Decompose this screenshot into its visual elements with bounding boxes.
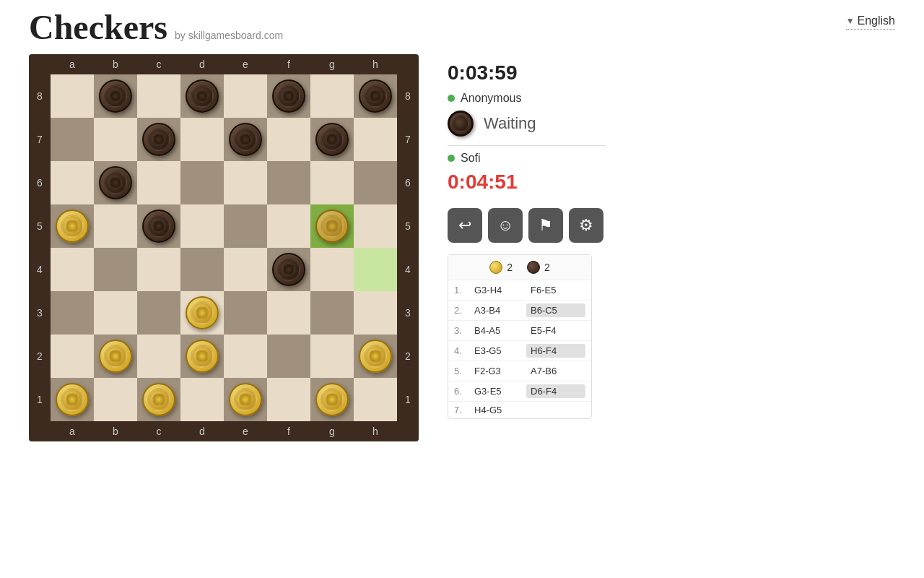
cell-a2[interactable] <box>51 335 94 378</box>
cell-e7[interactable] <box>224 118 267 161</box>
cell-g3[interactable] <box>310 291 354 335</box>
cell-h1[interactable] <box>354 378 397 421</box>
cell-d8[interactable] <box>180 74 224 118</box>
cell-g1[interactable] <box>310 378 354 421</box>
cell-g8[interactable] <box>310 74 354 118</box>
cell-c8[interactable] <box>137 74 180 118</box>
light-piece[interactable] <box>359 340 392 373</box>
cell-g7[interactable] <box>310 118 354 161</box>
cell-b8[interactable] <box>94 74 137 118</box>
light-count: 2 <box>507 262 513 273</box>
cell-f2[interactable] <box>267 335 310 378</box>
cell-e1[interactable] <box>224 378 267 421</box>
cell-e2[interactable] <box>224 335 267 378</box>
cell-c4[interactable] <box>137 248 180 291</box>
dark-piece[interactable] <box>315 123 349 156</box>
divider <box>448 145 606 146</box>
cell-e8[interactable] <box>224 74 267 118</box>
cell-f6[interactable] <box>267 161 310 204</box>
light-piece[interactable] <box>315 210 349 243</box>
dark-piece[interactable] <box>99 166 132 199</box>
row-labels-right: 8 7 6 5 4 3 2 1 <box>397 74 419 421</box>
cell-b2[interactable] <box>94 335 137 378</box>
table-row: 6. G3-E5 D6-F4 <box>448 381 591 402</box>
dark-piece[interactable] <box>272 253 305 286</box>
dark-piece[interactable] <box>272 79 305 113</box>
cell-a5[interactable] <box>51 204 94 248</box>
col-label-e-bot: e <box>224 426 267 437</box>
cell-a6[interactable] <box>51 161 94 204</box>
dark-piece[interactable] <box>186 79 219 113</box>
cell-d3[interactable] <box>180 291 224 335</box>
board-outer: a b c d e f g h 8 7 6 5 4 3 2 1 <box>29 54 419 441</box>
cell-c5[interactable] <box>137 204 180 248</box>
cell-e5[interactable] <box>224 204 267 248</box>
cell-h5[interactable] <box>354 204 397 248</box>
dark-piece[interactable] <box>142 210 175 243</box>
flag-button[interactable]: ⚑ <box>528 208 563 243</box>
language-selector[interactable]: ▼ English <box>846 14 895 30</box>
cell-e4[interactable] <box>224 248 267 291</box>
cell-g2[interactable] <box>310 335 354 378</box>
col-label-c: c <box>137 59 180 70</box>
cell-d6[interactable] <box>180 161 224 204</box>
cell-f5[interactable] <box>267 204 310 248</box>
light-piece[interactable] <box>99 340 132 373</box>
cell-d4[interactable] <box>180 248 224 291</box>
cell-c2[interactable] <box>137 335 180 378</box>
online-dot-anonymous <box>448 95 455 102</box>
cell-e3[interactable] <box>224 291 267 335</box>
cell-a7[interactable] <box>51 118 94 161</box>
cell-h7[interactable] <box>354 118 397 161</box>
light-piece[interactable] <box>56 210 89 243</box>
cell-c1[interactable] <box>137 378 180 421</box>
cell-e6[interactable] <box>224 161 267 204</box>
cell-h4[interactable] <box>354 248 397 291</box>
cell-h2[interactable] <box>354 335 397 378</box>
cell-b1[interactable] <box>94 378 137 421</box>
cell-d7[interactable] <box>180 118 224 161</box>
cell-f8[interactable] <box>267 74 310 118</box>
cell-h3[interactable] <box>354 291 397 335</box>
cell-c3[interactable] <box>137 291 180 335</box>
col-label-f-bot: f <box>267 426 310 437</box>
cell-d2[interactable] <box>180 335 224 378</box>
cell-f7[interactable] <box>267 118 310 161</box>
cell-g6[interactable] <box>310 161 354 204</box>
settings-button[interactable]: ⚙ <box>569 208 603 243</box>
cell-d5[interactable] <box>180 204 224 248</box>
light-piece[interactable] <box>142 383 175 416</box>
undo-button[interactable]: ↩ <box>448 208 482 243</box>
light-piece[interactable] <box>56 383 89 416</box>
cell-b7[interactable] <box>94 118 137 161</box>
cell-b3[interactable] <box>94 291 137 335</box>
cell-a4[interactable] <box>51 248 94 291</box>
cell-h8[interactable] <box>354 74 397 118</box>
light-piece[interactable] <box>186 296 219 329</box>
cell-a3[interactable] <box>51 291 94 335</box>
cell-b5[interactable] <box>94 204 137 248</box>
dark-piece[interactable] <box>229 123 262 156</box>
cell-f4[interactable] <box>267 248 310 291</box>
table-row: 5. F2-G3 A7-B6 <box>448 361 591 381</box>
cell-c7[interactable] <box>137 118 180 161</box>
light-piece[interactable] <box>229 383 262 416</box>
dark-piece[interactable] <box>142 123 175 156</box>
dark-piece[interactable] <box>359 79 392 113</box>
cell-c6[interactable] <box>137 161 180 204</box>
light-piece[interactable] <box>186 340 219 373</box>
smile-button[interactable]: ☺ <box>488 208 523 243</box>
cell-f1[interactable] <box>267 378 310 421</box>
light-piece[interactable] <box>315 383 349 416</box>
dark-piece[interactable] <box>99 79 132 113</box>
cell-f3[interactable] <box>267 291 310 335</box>
cell-g4[interactable] <box>310 248 354 291</box>
cell-a8[interactable] <box>51 74 94 118</box>
cell-a1[interactable] <box>51 378 94 421</box>
cell-g5[interactable] <box>310 204 354 248</box>
cell-b6[interactable] <box>94 161 137 204</box>
cell-b4[interactable] <box>94 248 137 291</box>
cell-h6[interactable] <box>354 161 397 204</box>
chevron-down-icon: ▼ <box>846 16 855 26</box>
cell-d1[interactable] <box>180 378 224 421</box>
